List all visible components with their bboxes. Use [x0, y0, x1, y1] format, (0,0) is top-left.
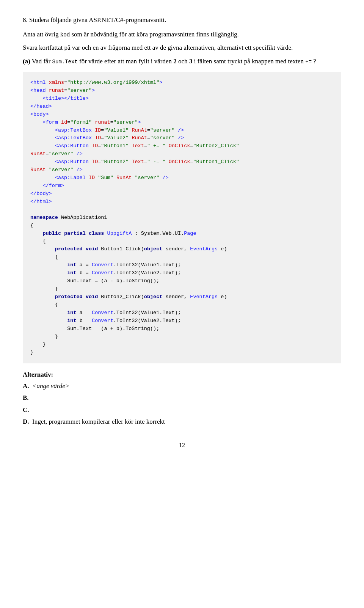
question-header: 8. Studera följande givna ASP.NET/C#-pro…: [23, 15, 341, 53]
alternative-a: A. <ange värde>: [23, 381, 341, 391]
alternatives-title: Alternativ:: [23, 371, 341, 379]
alternative-b: B.: [23, 393, 341, 403]
page-number: 12: [23, 442, 341, 449]
alternatives-section: Alternativ: A. <ange värde> B. C. D. Ing…: [23, 371, 341, 427]
alternative-d: D. Inget, programmet kompilerar eller kö…: [23, 416, 341, 427]
alternative-c: C.: [23, 405, 341, 415]
code-block-html: <html xmlns="http://www.w3.org/1999/xhtm…: [23, 72, 341, 363]
sub-question-a: (a) Vad får Sum.Text för värde efter att…: [23, 57, 341, 66]
